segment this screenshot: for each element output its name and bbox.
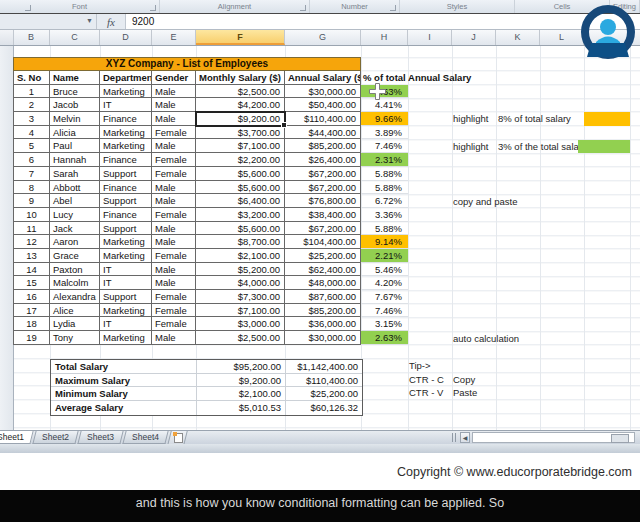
cell-monthly[interactable]: $6,400.00	[196, 194, 285, 208]
dialog-launcher-icon[interactable]	[150, 5, 156, 11]
cell-sno[interactable]: 9	[13, 194, 50, 208]
cell-pct[interactable]: 3.89%	[361, 126, 408, 140]
cell-name[interactable]: Lydia	[50, 317, 100, 331]
header-cell[interactable]: Name	[50, 71, 100, 85]
cell-sno[interactable]: 16	[13, 290, 50, 304]
column-header-F[interactable]: F	[196, 30, 285, 45]
cell-pct[interactable]: 5.88%	[361, 181, 408, 195]
cell-name[interactable]: Malcolm	[50, 276, 100, 290]
cell-dept[interactable]: IT	[100, 317, 152, 331]
cell-gender[interactable]: Male	[152, 98, 196, 112]
header-cell[interactable]: Monthly Salary ($)	[196, 71, 285, 85]
cell-name[interactable]: Paul	[50, 139, 100, 153]
cell-monthly[interactable]: $8,700.00	[196, 235, 285, 249]
cell-sno[interactable]: 6	[13, 153, 50, 167]
header-cell[interactable]: Department	[100, 71, 152, 85]
cell-sno[interactable]: 10	[13, 208, 50, 222]
cell-sno[interactable]: 17	[13, 304, 50, 318]
summary-monthly[interactable]: $2,100.00	[197, 387, 286, 401]
cell-monthly[interactable]: $7,100.00	[196, 304, 285, 318]
cell-pct[interactable]: 2.31%	[361, 153, 408, 167]
column-header-G[interactable]: G	[285, 30, 361, 45]
cell-dept[interactable]: IT	[100, 263, 152, 277]
cell-annual[interactable]: $67,200.00	[285, 167, 361, 181]
cell-dept[interactable]: Finance	[100, 181, 152, 195]
column-header-K[interactable]: K	[496, 30, 540, 45]
cell-name[interactable]: Abbott	[50, 181, 100, 195]
cell-gender[interactable]: Male	[152, 85, 196, 99]
header-cell[interactable]: Gender	[152, 71, 196, 85]
name-box[interactable]: ▼	[0, 14, 97, 29]
scrollbar-thumb[interactable]	[611, 434, 629, 443]
summary-monthly[interactable]: $9,200.00	[197, 374, 286, 388]
cell-gender[interactable]: Female	[152, 290, 196, 304]
column-header-J[interactable]: J	[452, 30, 496, 45]
cell-annual[interactable]: $50,400.00	[285, 98, 361, 112]
cell-dept[interactable]: Support	[100, 167, 152, 181]
cell-pct[interactable]: 4.20%	[361, 276, 408, 290]
active-cell-selection[interactable]	[195, 111, 286, 127]
summary-annual[interactable]: $60,126.32	[286, 401, 362, 415]
cell-pct[interactable]: 2.63%	[361, 331, 408, 345]
cell-monthly[interactable]: $5,600.00	[196, 222, 285, 236]
scroll-left-button[interactable]: ◀	[460, 432, 470, 443]
cell-monthly[interactable]: $5,200.00	[196, 263, 285, 277]
cell-annual[interactable]: $67,200.00	[285, 181, 361, 195]
cell-dept[interactable]: Finance	[100, 153, 152, 167]
cell-name[interactable]: Alicia	[50, 126, 100, 140]
cell-name[interactable]: Alice	[50, 304, 100, 318]
cell-monthly[interactable]: $3,700.00	[196, 126, 285, 140]
cell-annual[interactable]: $30,000.00	[285, 331, 361, 345]
cell-gender[interactable]: Male	[152, 112, 196, 126]
cell-annual[interactable]: $76,800.00	[285, 194, 361, 208]
cell-pct[interactable]: 7.67%	[361, 290, 408, 304]
sheet-tab-sheet1[interactable]: Sheet1	[0, 431, 34, 444]
cell-name[interactable]: Sarah	[50, 167, 100, 181]
cell-dept[interactable]: Marketing	[100, 304, 152, 318]
header-cell[interactable]: Annual Salary ($)	[285, 71, 361, 85]
cell-sno[interactable]: 14	[13, 263, 50, 277]
cell-name[interactable]: Bruce	[50, 85, 100, 99]
cell-pct[interactable]: 7.46%	[361, 139, 408, 153]
cell-name[interactable]: Aaron	[50, 235, 100, 249]
cell-gender[interactable]: Male	[152, 235, 196, 249]
summary-monthly[interactable]: $95,200.00	[197, 360, 286, 374]
cell-annual[interactable]: $110,400.00	[285, 112, 361, 126]
cell-pct[interactable]: 6.72%	[361, 194, 408, 208]
cell-gender[interactable]: Male	[152, 331, 196, 345]
cell-annual[interactable]: $85,200.00	[285, 304, 361, 318]
column-header-C[interactable]: C	[50, 30, 100, 45]
cell-dept[interactable]: Marketing	[100, 139, 152, 153]
cell-gender[interactable]: Female	[152, 304, 196, 318]
cell-monthly[interactable]: $7,300.00	[196, 290, 285, 304]
cell-dept[interactable]: Marketing	[100, 235, 152, 249]
cell-annual[interactable]: $30,000.00	[285, 85, 361, 99]
cell-pct[interactable]: 2.21%	[361, 249, 408, 263]
insert-worksheet-button[interactable]	[167, 431, 187, 445]
cell-gender[interactable]: Female	[152, 167, 196, 181]
cell-pct[interactable]: 3.36%	[361, 208, 408, 222]
cell-name[interactable]: Tony	[50, 331, 100, 345]
summary-label[interactable]: Average Salary	[51, 401, 197, 415]
cell-sno[interactable]: 1	[13, 85, 50, 99]
cell-annual[interactable]: $26,400.00	[285, 153, 361, 167]
cell-name[interactable]: Grace	[50, 249, 100, 263]
cell-sno[interactable]: 3	[13, 112, 50, 126]
tab-splitter[interactable]	[452, 433, 457, 442]
cell-monthly[interactable]: $3,000.00	[196, 317, 285, 331]
column-header-E[interactable]: E	[152, 30, 196, 45]
header-cell[interactable]: S. No	[13, 71, 50, 85]
cell-name[interactable]: Hannah	[50, 153, 100, 167]
horizontal-scrollbar[interactable]	[472, 432, 635, 443]
cell-pct[interactable]: 9.14%	[361, 235, 408, 249]
cell-annual[interactable]: $85,200.00	[285, 139, 361, 153]
cell-name[interactable]: Lucy	[50, 208, 100, 222]
cell-dept[interactable]: Support	[100, 290, 152, 304]
sheet-tab-sheet4[interactable]: Sheet4	[122, 431, 168, 444]
cell-annual[interactable]: $104,400.00	[285, 235, 361, 249]
cell-monthly[interactable]: $7,100.00	[196, 139, 285, 153]
cell-gender[interactable]: Male	[152, 276, 196, 290]
cell-sno[interactable]: 7	[13, 167, 50, 181]
cell-pct[interactable]: 5.88%	[361, 167, 408, 181]
summary-label[interactable]: Total Salary	[51, 360, 197, 374]
